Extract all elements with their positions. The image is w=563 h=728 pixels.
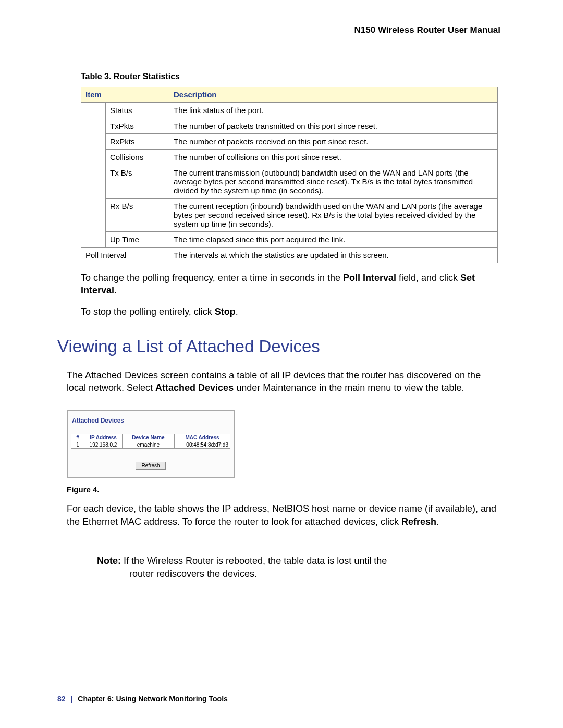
- stat-desc: The link status of the port.: [169, 103, 498, 118]
- text-bold: Attached Devices: [155, 382, 234, 393]
- stat-desc: The number of collisions on this port si…: [169, 150, 498, 165]
- stat-desc: The current transmission (outbound) band…: [169, 165, 498, 199]
- text: To change the polling frequency, enter a…: [81, 273, 343, 283]
- text-bold: Poll Interval: [343, 273, 396, 283]
- stat-item: Poll Interval: [81, 248, 169, 263]
- attached-devices-table: # IP Address Device Name MAC Address 1 1…: [71, 434, 230, 449]
- stat-desc: The intervals at which the statistics ar…: [169, 248, 498, 263]
- figure-caption: Figure 4.: [67, 485, 506, 494]
- document-title: N150 Wireless Router User Manual: [354, 25, 500, 35]
- indent-cell: [81, 103, 106, 248]
- router-statistics-table: Item Description Status The link status …: [81, 87, 498, 263]
- text: field, and click: [396, 273, 460, 283]
- text-bold: Refresh: [401, 516, 436, 527]
- stat-item: Collisions: [106, 150, 169, 165]
- table-row: Rx B/s The current reception (inbound) b…: [81, 199, 498, 232]
- stat-desc: The number of packets transmitted on thi…: [169, 118, 498, 134]
- table-header-row: Item Description: [81, 87, 498, 103]
- table-row: 1 192.168.0.2 emachine 00:48:54:8d:d7:d3: [71, 441, 230, 449]
- table-row: TxPkts The number of packets transmitted…: [81, 118, 498, 134]
- table-row: Up Time The time elapsed since this port…: [81, 232, 498, 248]
- note-text: If the Wireless Router is rebooted, the …: [121, 556, 387, 566]
- stat-item: RxPkts: [106, 134, 169, 150]
- stat-item: Up Time: [106, 232, 169, 248]
- table-row: Tx B/s The current transmission (outboun…: [81, 165, 498, 199]
- table-row: RxPkts The number of packets received on…: [81, 134, 498, 150]
- stat-item: TxPkts: [106, 118, 169, 134]
- refresh-button[interactable]: Refresh: [136, 462, 165, 470]
- table-row: Collisions The number of collisions on t…: [81, 150, 498, 165]
- paragraph: The Attached Devices screen contains a t…: [67, 369, 500, 394]
- section-heading: Viewing a List of Attached Devices: [57, 337, 506, 356]
- col-num-header: #: [71, 434, 84, 441]
- device-name-cell: emachine: [123, 441, 175, 449]
- page-footer: 82 | Chapter 6: Using Network Monitoring…: [57, 688, 506, 703]
- note-box: Note: If the Wireless Router is rebooted…: [94, 547, 469, 588]
- table-row: Status The link status of the port.: [81, 103, 498, 118]
- stat-desc: The time elapsed since this port acquire…: [169, 232, 498, 248]
- paragraph: To stop the polling entirely, click Stop…: [81, 305, 500, 318]
- device-mac: 00:48:54:8d:d7:d3: [175, 441, 230, 449]
- table-caption: Table 3. Router Statistics: [81, 72, 506, 81]
- col-item-header: Item: [81, 87, 169, 103]
- table-row: Poll Interval The intervals at which the…: [81, 248, 498, 263]
- stat-item: Rx B/s: [106, 199, 169, 232]
- text: under Maintenance in the main menu to vi…: [234, 382, 464, 393]
- col-desc-header: Description: [169, 87, 498, 103]
- col-name-header: Device Name: [123, 434, 175, 441]
- table-header-row: # IP Address Device Name MAC Address: [71, 434, 230, 441]
- paragraph: To change the polling frequency, enter a…: [81, 272, 500, 297]
- stat-desc: The current reception (inbound) bandwidt…: [169, 199, 498, 232]
- page-number: 82: [57, 695, 66, 703]
- chapter-label: Chapter 6: Using Network Monitoring Tool…: [78, 695, 228, 703]
- stat-desc: The number of packets received on this p…: [169, 134, 498, 150]
- attached-devices-title: Attached Devices: [72, 417, 230, 424]
- col-mac-header: MAC Address: [175, 434, 230, 441]
- note-label: Note:: [97, 556, 121, 566]
- note-text: router rediscovers the devices.: [129, 567, 466, 581]
- footer-separator: |: [70, 695, 72, 703]
- text-bold: Stop: [215, 306, 236, 317]
- stat-item: Status: [106, 103, 169, 118]
- attached-devices-screenshot: Attached Devices # IP Address Device Nam…: [67, 410, 235, 478]
- text: .: [236, 306, 238, 317]
- text: .: [436, 516, 439, 527]
- paragraph: For each device, the table shows the IP …: [67, 502, 500, 528]
- text: To stop the polling entirely, click: [81, 306, 215, 317]
- text: .: [114, 285, 117, 295]
- device-num: 1: [71, 441, 84, 449]
- stat-item: Tx B/s: [106, 165, 169, 199]
- device-ip: 192.168.0.2: [84, 441, 123, 449]
- col-ip-header: IP Address: [84, 434, 123, 441]
- document-header: N150 Wireless Router User Manual: [57, 25, 500, 35]
